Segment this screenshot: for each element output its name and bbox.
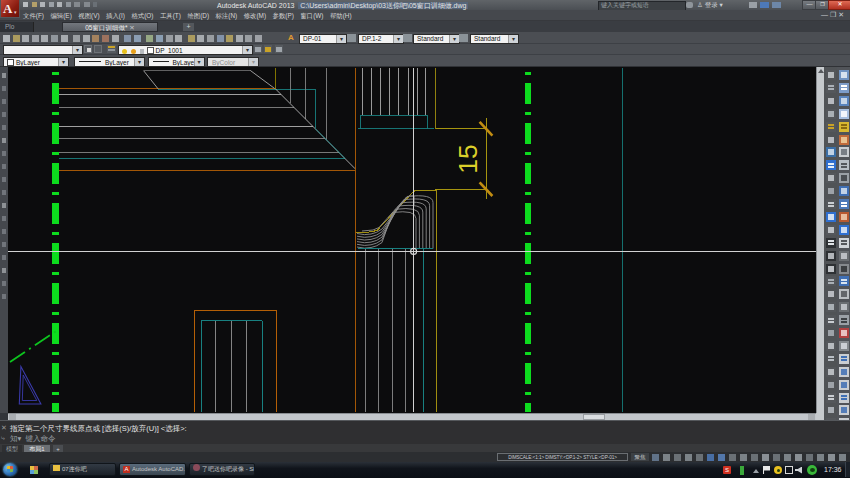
svg-text:15: 15 bbox=[453, 144, 483, 173]
